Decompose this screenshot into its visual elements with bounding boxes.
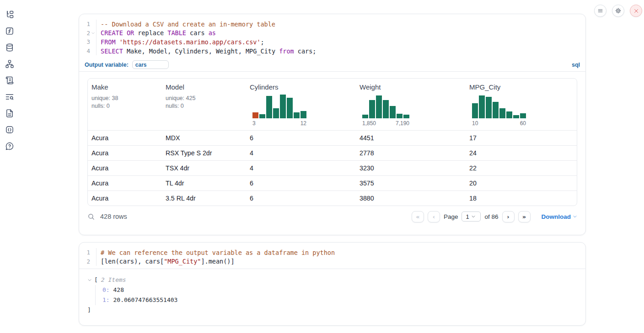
histogram-max-label: 12 bbox=[301, 120, 306, 127]
histogram-bar bbox=[493, 102, 499, 118]
language-badge[interactable]: sql bbox=[572, 62, 580, 68]
first-page-button[interactable]: « bbox=[412, 211, 424, 222]
tree-item: 1: 20.060747663551403 bbox=[102, 295, 577, 305]
next-page-button[interactable]: › bbox=[502, 211, 515, 222]
table-cell: 3880 bbox=[356, 191, 466, 206]
table-footer: 428 rows « ‹ Page 1 of 86 › » Download bbox=[79, 206, 585, 227]
line-number: 1 bbox=[79, 21, 90, 27]
column-summary: unique: 425 bbox=[166, 95, 242, 102]
table-cell: 3575 bbox=[356, 176, 466, 190]
function-square-icon[interactable] bbox=[5, 26, 14, 36]
histogram-bar bbox=[252, 112, 258, 118]
histogram-bar bbox=[301, 111, 306, 118]
histogram-bar bbox=[486, 97, 492, 118]
collapse-chevron-icon[interactable] bbox=[87, 278, 92, 282]
table-cell: Acura bbox=[88, 176, 162, 190]
tree-item-key: 1: bbox=[102, 296, 110, 303]
tree-items: 0: 4281: 20.060747663551403 bbox=[95, 285, 577, 305]
histogram-bar bbox=[259, 114, 265, 118]
tree-item: 0: 428 bbox=[102, 285, 577, 295]
histogram-bar bbox=[376, 95, 382, 118]
sql-code-editor[interactable]: 1-- Download a CSV and create an in-memo… bbox=[79, 14, 585, 58]
file-tree-icon[interactable] bbox=[5, 10, 14, 19]
network-icon[interactable] bbox=[5, 59, 14, 69]
column-header-make[interactable]: Makeunique: 38nulls: 0 bbox=[88, 79, 162, 130]
table-row: AcuraTSX 4dr4323022 bbox=[88, 160, 577, 175]
column-header-model[interactable]: Modelunique: 425nulls: 0 bbox=[162, 79, 246, 130]
line-number: 3 bbox=[79, 38, 90, 45]
table-cell: 4451 bbox=[356, 131, 466, 145]
table-cell: 4 bbox=[246, 161, 356, 175]
histogram-min-label: 3 bbox=[252, 120, 256, 127]
table-cell: 6 bbox=[246, 176, 356, 190]
table-body: AcuraMDX6445117AcuraRSX Type S 2dr427782… bbox=[88, 130, 577, 206]
database-icon[interactable] bbox=[5, 43, 14, 52]
histogram-bar bbox=[479, 95, 485, 118]
download-button[interactable]: Download bbox=[542, 213, 578, 220]
download-label: Download bbox=[542, 213, 571, 220]
gear-icon bbox=[615, 7, 622, 14]
column-header-mpg_city[interactable]: MPG_City1060 bbox=[466, 79, 577, 130]
table-cell: Acura bbox=[88, 131, 162, 145]
output-variable-label: Output variable: bbox=[85, 62, 129, 68]
sidebar bbox=[0, 0, 19, 333]
column-header-cylinders[interactable]: Cylinders312 bbox=[246, 79, 356, 130]
python-code-editor[interactable]: 1# We can reference the output variable … bbox=[79, 243, 585, 269]
table-cell: 20 bbox=[466, 176, 577, 190]
histogram-bar bbox=[362, 115, 368, 118]
python-output-tree: [ 2 Items 0: 4281: 20.060747663551403 ] bbox=[79, 269, 585, 315]
search-icon[interactable] bbox=[87, 213, 95, 221]
column-label: MPG_City bbox=[469, 83, 573, 91]
code-line: 3FROM 'https://datasets.marimo.app/cars.… bbox=[79, 37, 585, 47]
menu-button[interactable] bbox=[594, 5, 606, 17]
code-line: 1-- Download a CSV and create an in-memo… bbox=[79, 20, 585, 29]
table-cell: TSX 4dr bbox=[162, 161, 246, 175]
page-total: of 86 bbox=[484, 213, 498, 220]
page-select[interactable]: 1 bbox=[462, 211, 481, 222]
code-text: SELECT Make, Model, Cylinders, Weight, M… bbox=[96, 47, 585, 56]
code-text: -- Download a CSV and create an in-memor… bbox=[96, 20, 585, 29]
column-summary: nulls: 0 bbox=[166, 102, 242, 110]
table-cell: 22 bbox=[466, 161, 577, 175]
settings-button[interactable] bbox=[612, 5, 624, 17]
code-line: 2[len(cars), cars["MPG_City"].mean()] bbox=[79, 257, 585, 266]
table-cell: 6 bbox=[246, 191, 356, 206]
histogram-max-label: 60 bbox=[520, 120, 526, 127]
table-cell: Acura bbox=[88, 146, 162, 160]
line-number: 1 bbox=[79, 249, 90, 256]
histogram-bar bbox=[506, 111, 512, 118]
table-cell: Acura bbox=[88, 191, 162, 206]
page-select-value: 1 bbox=[466, 213, 469, 220]
scroll-icon[interactable] bbox=[5, 76, 14, 85]
table-cell: Acura bbox=[88, 161, 162, 175]
column-summary: nulls: 0 bbox=[91, 102, 158, 110]
page-label: Page bbox=[444, 213, 458, 220]
text-search-icon[interactable] bbox=[5, 92, 14, 101]
table-cell: MDX bbox=[162, 131, 246, 145]
fold-chevron-icon[interactable] bbox=[90, 31, 96, 35]
help-bubble-icon[interactable] bbox=[5, 142, 14, 151]
table-cell: 4 bbox=[246, 146, 356, 160]
line-number: 4 bbox=[79, 48, 90, 54]
table-row: Acura3.5 RL 4dr6388018 bbox=[88, 190, 577, 206]
shutdown-button[interactable] bbox=[630, 5, 642, 17]
file-text-icon[interactable] bbox=[5, 109, 14, 118]
data-table: Makeunique: 38nulls: 0Modelunique: 425nu… bbox=[87, 78, 577, 206]
column-label: Model bbox=[166, 83, 242, 91]
code-text: [len(cars), cars["MPG_City"].mean()] bbox=[96, 257, 585, 266]
last-page-button[interactable]: » bbox=[518, 211, 531, 222]
code-square-icon[interactable] bbox=[5, 125, 14, 134]
table-output: Makeunique: 38nulls: 0Modelunique: 425nu… bbox=[79, 72, 585, 206]
column-label: Cylinders bbox=[250, 83, 352, 91]
output-variable-input[interactable] bbox=[132, 60, 169, 69]
table-cell: 24 bbox=[466, 146, 577, 160]
tree-item-value: 20.060747663551403 bbox=[110, 296, 178, 303]
table-cell: 17 bbox=[466, 131, 577, 145]
column-label: Weight bbox=[360, 83, 462, 91]
prev-page-button[interactable]: ‹ bbox=[428, 211, 440, 222]
code-text: FROM 'https://datasets.marimo.app/cars.c… bbox=[96, 37, 585, 47]
table-header: Makeunique: 38nulls: 0Modelunique: 425nu… bbox=[88, 79, 577, 130]
column-header-weight[interactable]: Weight1,8507,190 bbox=[356, 79, 466, 130]
python-cell: 1# We can reference the output variable … bbox=[79, 242, 586, 326]
tree-item-value: 428 bbox=[110, 286, 124, 293]
